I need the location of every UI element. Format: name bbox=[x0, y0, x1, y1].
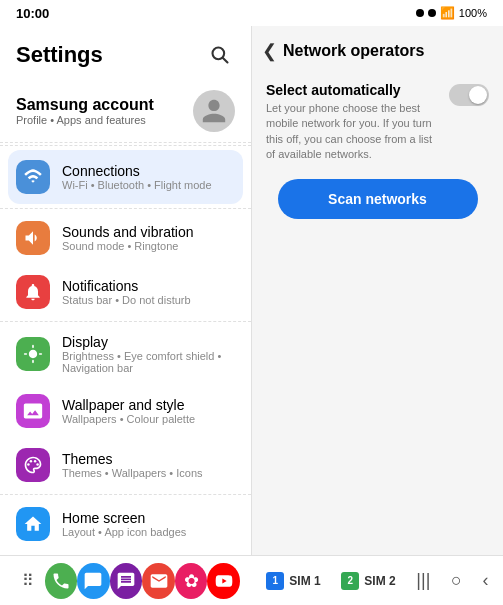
themes-label: Themes bbox=[62, 451, 235, 467]
connections-label: Connections bbox=[62, 163, 235, 179]
themes-icon bbox=[16, 448, 50, 482]
avatar bbox=[193, 90, 235, 132]
select-auto-label: Select automatically bbox=[266, 82, 439, 98]
bottom-bar: ⠿ ✿ 1 SIM 1 2 SIM 2 ||| ○ ‹ bbox=[0, 555, 503, 605]
panel-title: Network operators bbox=[283, 42, 424, 60]
samsung-account-item[interactable]: Samsung account Profile • Apps and featu… bbox=[0, 80, 251, 143]
homescreen-icon bbox=[16, 507, 50, 541]
sidebar-item-homescreen[interactable]: Home screen Layout • App icon badges bbox=[0, 497, 251, 551]
panel-header: ❮ Network operators bbox=[252, 26, 503, 72]
select-auto-desc: Let your phone choose the best mobile ne… bbox=[266, 101, 439, 163]
sim2-label: SIM 2 bbox=[364, 574, 395, 588]
sidebar-item-notifications[interactable]: Notifications Status bar • Do not distur… bbox=[0, 265, 251, 319]
back-nav-button[interactable]: ‹ bbox=[483, 570, 489, 591]
svg-point-4 bbox=[34, 460, 37, 463]
youtube-app-button[interactable] bbox=[207, 563, 240, 599]
viber-app-button[interactable] bbox=[110, 563, 143, 599]
sidebar-item-themes[interactable]: Themes Themes • Wallpapers • Icons bbox=[0, 438, 251, 492]
sidebar-item-sounds[interactable]: Sounds and vibration Sound mode • Ringto… bbox=[0, 211, 251, 265]
app-grid-button[interactable]: ⠿ bbox=[12, 563, 45, 599]
homescreen-sub: Layout • App icon badges bbox=[62, 526, 235, 538]
svg-line-1 bbox=[223, 58, 228, 63]
status-bar: 10:00 📶 100% bbox=[0, 0, 503, 26]
home-button[interactable]: ○ bbox=[451, 570, 462, 591]
wallpaper-label: Wallpaper and style bbox=[62, 397, 235, 413]
settings-header: Settings bbox=[0, 26, 251, 80]
recent-apps-button[interactable]: ||| bbox=[416, 570, 430, 591]
blossom-app-button[interactable]: ✿ bbox=[175, 563, 208, 599]
select-auto-toggle[interactable] bbox=[449, 84, 489, 106]
sidebar-item-connections[interactable]: Connections Wi-Fi • Bluetooth • Flight m… bbox=[8, 150, 243, 204]
right-panel: ❮ Network operators Select automatically… bbox=[252, 26, 503, 555]
wallpaper-sub: Wallpapers • Colour palette bbox=[62, 413, 235, 425]
account-subtitle: Profile • Apps and features bbox=[16, 114, 181, 126]
sidebar-item-display[interactable]: Display Brightness • Eye comfort shield … bbox=[0, 324, 251, 384]
panel-content: Select automatically Let your phone choo… bbox=[252, 72, 503, 229]
sim1-number: 1 bbox=[266, 572, 284, 590]
toggle-knob bbox=[469, 86, 487, 104]
svg-point-5 bbox=[36, 463, 39, 466]
email-app-button[interactable] bbox=[142, 563, 175, 599]
divider-4 bbox=[0, 494, 251, 495]
display-icon bbox=[16, 337, 50, 371]
status-icons: 📶 100% bbox=[416, 6, 487, 20]
sim2-number: 2 bbox=[341, 572, 359, 590]
bottom-app-tray: ⠿ ✿ bbox=[0, 563, 252, 599]
display-label: Display bbox=[62, 334, 235, 350]
connections-sub: Wi-Fi • Bluetooth • Flight mode bbox=[62, 179, 235, 191]
sounds-sub: Sound mode • Ringtone bbox=[62, 240, 235, 252]
themes-sub: Themes • Wallpapers • Icons bbox=[62, 467, 235, 479]
search-button[interactable] bbox=[205, 40, 235, 70]
battery-icon: 100% bbox=[459, 7, 487, 19]
notifications-label: Notifications bbox=[62, 278, 235, 294]
homescreen-label: Home screen bbox=[62, 510, 235, 526]
phone-app-button[interactable] bbox=[45, 563, 78, 599]
divider-1 bbox=[0, 145, 251, 146]
signal-icon: 📶 bbox=[440, 6, 455, 20]
svg-point-3 bbox=[30, 460, 33, 463]
sounds-icon bbox=[16, 221, 50, 255]
wallpaper-icon bbox=[16, 394, 50, 428]
sounds-label: Sounds and vibration bbox=[62, 224, 235, 240]
sidebar-item-wallpaper[interactable]: Wallpaper and style Wallpapers • Colour … bbox=[0, 384, 251, 438]
select-automatically-row: Select automatically Let your phone choo… bbox=[266, 82, 489, 163]
notifications-icon bbox=[16, 275, 50, 309]
status-dot-2 bbox=[428, 9, 436, 17]
notifications-sub: Status bar • Do not disturb bbox=[62, 294, 235, 306]
display-sub: Brightness • Eye comfort shield • Naviga… bbox=[62, 350, 235, 374]
divider-3 bbox=[0, 321, 251, 322]
sim1-label: SIM 1 bbox=[289, 574, 320, 588]
account-name: Samsung account bbox=[16, 96, 181, 114]
sim2-badge[interactable]: 2 SIM 2 bbox=[341, 572, 395, 590]
messages-app-button[interactable] bbox=[77, 563, 110, 599]
status-dot-1 bbox=[416, 9, 424, 17]
main-container: Settings Samsung account Profile • Apps … bbox=[0, 26, 503, 555]
left-panel: Settings Samsung account Profile • Apps … bbox=[0, 26, 252, 555]
connections-icon bbox=[16, 160, 50, 194]
divider-2 bbox=[0, 208, 251, 209]
scan-networks-button[interactable]: Scan networks bbox=[278, 179, 478, 219]
sim1-badge[interactable]: 1 SIM 1 bbox=[266, 572, 320, 590]
settings-title: Settings bbox=[16, 42, 103, 68]
status-time: 10:00 bbox=[16, 6, 49, 21]
svg-point-2 bbox=[27, 463, 30, 466]
bottom-right: 1 SIM 1 2 SIM 2 ||| ○ ‹ bbox=[252, 570, 503, 591]
back-button[interactable]: ❮ bbox=[262, 40, 277, 62]
